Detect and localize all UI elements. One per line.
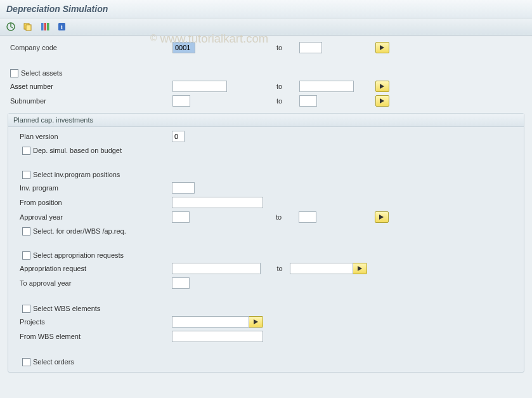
svg-rect-5 [47, 23, 49, 30]
select-inv-prog-label: Select inv.program positions [33, 171, 120, 178]
appr-request-to-input[interactable] [290, 263, 353, 274]
planned-cap-title: Planned cap. investments [8, 114, 524, 127]
dep-simul-budget-label: Dep. simul. based on budget [33, 147, 122, 154]
select-appr-req-checkbox[interactable] [22, 251, 30, 260]
select-wbs-checkbox[interactable] [22, 305, 30, 313]
company-code-to-input[interactable] [299, 42, 322, 53]
to-label: to [273, 213, 299, 221]
select-assets-label: Select assets [21, 69, 62, 77]
from-wbs-input[interactable] [172, 331, 263, 342]
to-label: to [274, 83, 299, 90]
dep-simul-budget-checkbox[interactable] [22, 147, 30, 155]
appr-request-label: Appropriation request [11, 265, 172, 272]
svg-rect-2 [26, 25, 31, 30]
svg-rect-3 [41, 23, 44, 30]
to-label: to [274, 44, 299, 51]
page-title: Depreciation Simulation [6, 4, 526, 14]
approval-year-label: Approval year [11, 213, 172, 221]
asset-number-label: Asset number [8, 83, 172, 90]
company-code-label: Company code [8, 44, 172, 51]
asset-number-multiple-button[interactable] [375, 81, 389, 92]
subnumber-multiple-button[interactable] [375, 95, 389, 107]
information-icon[interactable]: i [55, 21, 69, 32]
subnumber-from-input[interactable] [172, 95, 190, 107]
from-position-label: From position [11, 199, 172, 206]
subnumber-label: Subnumber [8, 97, 172, 105]
planned-cap-group: Planned cap. investments Plan version De… [8, 113, 524, 373]
subnumber-to-input[interactable] [299, 95, 317, 107]
to-approval-year-input[interactable] [172, 277, 190, 289]
select-orders-label: Select orders [33, 358, 74, 366]
select-wbs-label: Select WBS elements [33, 305, 100, 312]
projects-value-help-button[interactable] [249, 316, 263, 328]
from-position-input[interactable] [172, 197, 263, 208]
select-inv-prog-checkbox[interactable] [22, 171, 30, 179]
selection-options-icon[interactable] [38, 21, 52, 32]
approval-year-to-input[interactable] [299, 211, 316, 223]
to-label: to [274, 97, 299, 105]
select-appr-req-label: Select appropriation requests [33, 251, 124, 259]
plan-version-input[interactable] [172, 131, 185, 142]
plan-version-label: Plan version [11, 133, 172, 140]
to-label: to [273, 265, 286, 272]
company-code-multiple-button[interactable] [375, 42, 389, 53]
select-orders-checkbox[interactable] [22, 358, 30, 366]
projects-label: Projects [11, 318, 172, 326]
select-order-wbs-checkbox[interactable] [22, 227, 30, 235]
projects-input[interactable] [172, 316, 249, 328]
appr-request-multiple-button[interactable] [353, 263, 367, 274]
inv-program-label: Inv. program [11, 184, 172, 192]
asset-number-to-input[interactable] [299, 81, 354, 92]
variant-icon[interactable] [21, 21, 35, 32]
svg-rect-4 [44, 23, 47, 30]
company-code-from-input[interactable] [172, 42, 195, 53]
select-assets-checkbox[interactable] [10, 69, 18, 77]
appr-request-from-input[interactable] [172, 263, 261, 274]
svg-text:i: i [61, 23, 63, 30]
inv-program-input[interactable] [172, 182, 195, 194]
approval-year-from-input[interactable] [172, 211, 190, 223]
approval-year-multiple-button[interactable] [375, 211, 389, 223]
title-bar: Depreciation Simulation [0, 0, 532, 18]
asset-number-from-input[interactable] [172, 81, 227, 92]
select-order-wbs-label: Select. for order/WBS /ap.req. [33, 227, 126, 235]
from-wbs-label: From WBS element [11, 333, 172, 340]
execute-icon[interactable] [4, 21, 18, 32]
to-approval-year-label: To approval year [11, 279, 172, 287]
toolbar: i [0, 18, 532, 36]
